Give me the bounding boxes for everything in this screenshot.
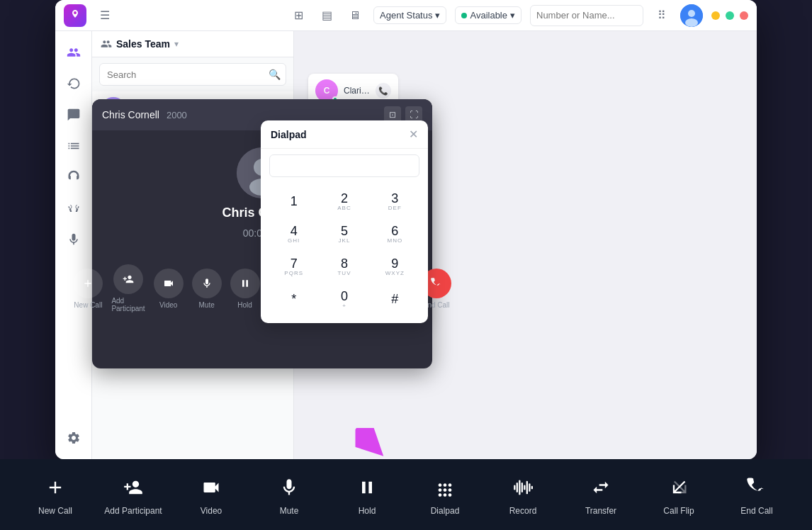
bottom-new-call[interactable]: New Call (16, 473, 94, 516)
sidebar-item-voicemail[interactable] (61, 196, 86, 221)
add-participant-label: Add Participant (111, 297, 145, 312)
dialpad-input[interactable] (269, 154, 419, 177)
call-ctrl-add-participant[interactable]: Add Participant (111, 264, 145, 312)
dialpad-key-4[interactable]: 4 GHI (269, 218, 318, 249)
minimize-button[interactable] (711, 11, 720, 20)
dialpad-key-hash[interactable]: # (371, 283, 419, 315)
number-or-name-input[interactable] (530, 5, 643, 26)
sidebar-item-contacts[interactable] (61, 40, 86, 65)
sidebar-item-settings[interactable] (61, 425, 86, 451)
dialpad-key-9[interactable]: 9 WXYZ (371, 251, 419, 282)
dialpad-key-6[interactable]: 6 MNO (371, 218, 419, 249)
agent-status-chevron: ▾ (435, 10, 440, 21)
available-status-dropdown[interactable]: Available ▾ (455, 6, 521, 24)
svg-rect-11 (519, 480, 520, 495)
close-button[interactable] (740, 11, 748, 20)
arrow-indicator (356, 428, 395, 470)
bottom-add-participant[interactable]: Add Participant (94, 473, 172, 516)
bottom-end-call[interactable]: End Call (718, 473, 796, 516)
window-controls (711, 11, 748, 20)
sidebar-item-chat[interactable] (61, 102, 86, 128)
bottom-transfer[interactable]: Transfer (562, 473, 640, 516)
video-icon (197, 473, 225, 502)
sidebar-item-history[interactable] (61, 71, 86, 96)
call-flip-bottom-label: Call Flip (663, 506, 694, 516)
svg-rect-9 (514, 485, 515, 490)
sidebar-item-headset[interactable] (61, 164, 86, 190)
menu-icon[interactable]: ☰ (95, 6, 115, 26)
record-icon (509, 473, 537, 502)
toolbar-icons: ☰ (95, 6, 115, 26)
hold-button[interactable] (230, 269, 260, 298)
bottom-mute[interactable]: Mute (250, 473, 328, 516)
bottom-call-flip[interactable]: Call Flip (640, 473, 718, 516)
sidebar-item-mic[interactable] (61, 227, 86, 252)
dialpad-key-8[interactable]: 8 TUV (320, 251, 368, 282)
bottom-video[interactable]: Video (172, 473, 250, 516)
new-call-button[interactable] (73, 269, 103, 298)
grid-view-icon[interactable]: ⊞ (288, 6, 308, 26)
toolbar-right: ⊞ ▤ 🖥 Agent Status ▾ Available ▾ ⠿ (288, 4, 703, 27)
hold-label: Hold (237, 301, 252, 309)
dialpad-popup-header: Dialpad ✕ (261, 120, 428, 149)
call-ctrl-video[interactable]: Video (154, 269, 184, 309)
sidebar-item-list[interactable] (61, 133, 86, 159)
add-participant-icon (119, 473, 147, 502)
mute-bottom-label: Mute (280, 506, 299, 516)
dialpad-key-5[interactable]: 5 JKL (320, 218, 368, 249)
dialpad-key-2[interactable]: 2 ABC (320, 186, 368, 217)
search-input[interactable] (99, 63, 286, 86)
bottom-dialpad[interactable]: Dialpad (406, 473, 484, 516)
dialpad-key-7[interactable]: 7 PQRS (269, 251, 318, 282)
transfer-bottom-label: Transfer (585, 506, 616, 516)
svg-marker-8 (356, 428, 395, 467)
add-participant-button[interactable] (113, 264, 143, 294)
new-call-bottom-label: New Call (38, 506, 72, 516)
call-contact-name: Chris Cornell (102, 109, 159, 120)
call-ctrl-new-call[interactable]: New Call (73, 269, 103, 309)
call-extension: 2000 (167, 110, 187, 120)
video-button[interactable] (154, 269, 184, 298)
call-ctrl-mute[interactable]: Mute (192, 269, 222, 309)
maximize-button[interactable] (726, 11, 734, 20)
svg-point-3 (685, 18, 698, 27)
bottom-hold[interactable]: Hold (328, 473, 406, 516)
list-view-icon[interactable]: ▤ (317, 6, 337, 26)
dialpad-key-1[interactable]: 1 (269, 186, 318, 217)
dialpad-key-star[interactable]: * (269, 283, 318, 315)
new-call-label: New Call (74, 301, 102, 309)
search-bar: 🔍 (99, 63, 286, 86)
hold-bottom-label: Hold (359, 506, 376, 516)
call-btn[interactable]: 📞 (376, 83, 391, 98)
transfer-icon (587, 473, 615, 502)
end-call-icon (743, 473, 771, 502)
screen-share-icon[interactable]: 🖥 (345, 6, 365, 26)
search-icon: 🔍 (269, 69, 281, 80)
dialpad-key-3[interactable]: 3 DEF (371, 186, 419, 217)
dialpad-key-0[interactable]: 0 + (320, 283, 368, 315)
dialpad-dots-icon[interactable]: ⠿ (652, 6, 672, 26)
svg-point-0 (74, 11, 77, 14)
video-bottom-label: Video (201, 506, 222, 516)
dialpad-grid: 1 2 ABC 3 DEF 4 GHI 5 JKL (261, 183, 428, 323)
bottom-bar: New Call Add Participant Video Mute (0, 459, 812, 530)
dialpad-popup: Dialpad ✕ 1 2 ABC 3 DEF (261, 120, 428, 323)
add-participant-bottom-label: Add Participant (104, 506, 162, 516)
video-label: Video (159, 301, 177, 309)
mute-button[interactable] (192, 269, 222, 298)
svg-rect-10 (517, 483, 518, 492)
new-call-icon (41, 473, 69, 502)
dialpad-icon (431, 473, 459, 502)
user-avatar[interactable] (680, 4, 703, 27)
svg-point-2 (688, 10, 695, 17)
dialpad-title: Dialpad (271, 129, 307, 140)
main-window: ☰ ⊞ ▤ 🖥 Agent Status ▾ Available ▾ ⠿ (55, 0, 757, 459)
call-ctrl-hold[interactable]: Hold (230, 269, 260, 309)
bottom-record[interactable]: Record (484, 473, 562, 516)
app-logo (64, 4, 86, 27)
svg-rect-12 (521, 483, 523, 492)
svg-rect-15 (529, 483, 530, 492)
agent-status-dropdown[interactable]: Agent Status ▾ (373, 6, 446, 24)
dialpad-bottom-label: Dialpad (431, 506, 460, 516)
dialpad-close-button[interactable]: ✕ (409, 128, 418, 141)
